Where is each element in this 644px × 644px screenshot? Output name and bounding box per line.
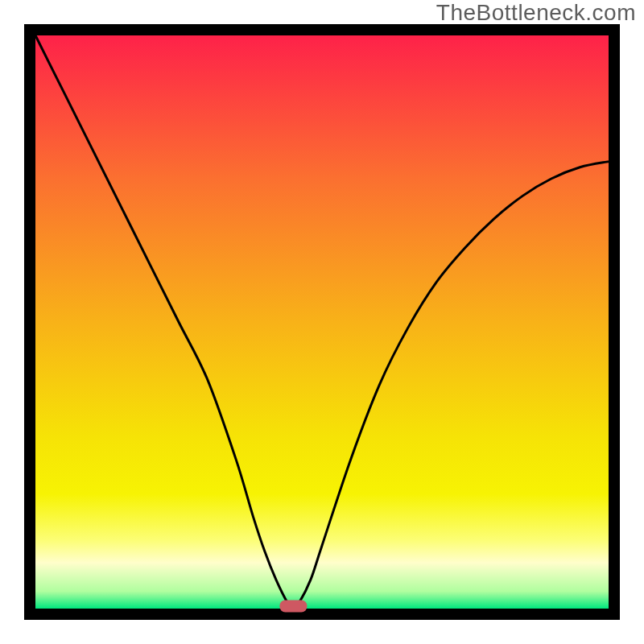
bottleneck-chart-svg xyxy=(24,24,620,620)
plot-area xyxy=(24,24,620,620)
optimal-marker xyxy=(279,601,307,613)
gradient-rect xyxy=(35,35,609,609)
watermark-text: TheBottleneck.com xyxy=(436,0,636,26)
chart-frame: TheBottleneck.com xyxy=(0,0,644,644)
